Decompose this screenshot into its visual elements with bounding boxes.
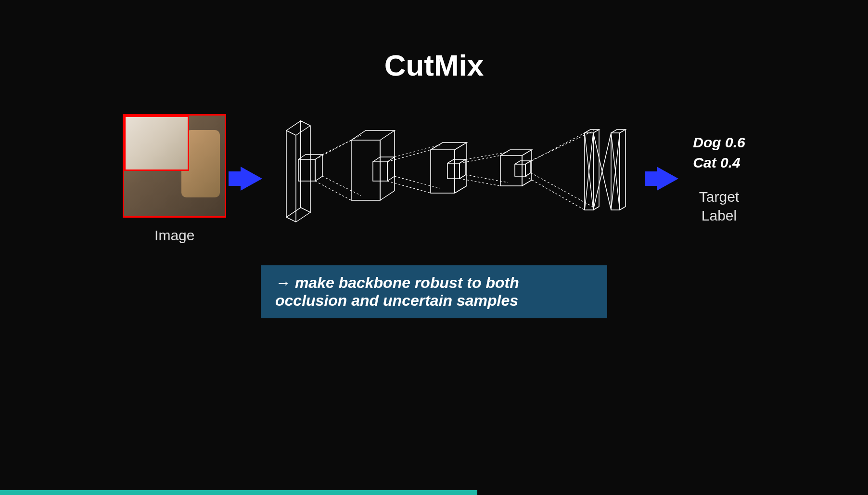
svg-rect-3 <box>431 150 455 193</box>
input-image-label: Image <box>154 227 194 244</box>
cat-patch-overlay <box>124 116 189 171</box>
output-predictions: Dog 0.6 Cat 0.4 <box>693 132 745 173</box>
svg-rect-4 <box>447 163 460 179</box>
svg-rect-1 <box>351 140 380 200</box>
svg-rect-5 <box>500 156 522 186</box>
target-label: Target Label <box>699 187 739 225</box>
cutmix-sample-image <box>123 114 226 218</box>
target-label-line2: Label <box>699 206 739 225</box>
input-image-section: Image <box>123 114 226 244</box>
network-diagram <box>277 111 642 246</box>
diagram-row: Image <box>19 111 849 246</box>
target-label-line1: Target <box>699 187 739 206</box>
output-line-dog: Dog 0.6 <box>693 132 745 153</box>
progress-bar[interactable] <box>0 490 868 495</box>
caption-box: → make backbone robust to both occlusion… <box>261 265 607 318</box>
output-line-cat: Cat 0.4 <box>693 153 745 173</box>
svg-rect-6 <box>515 164 525 176</box>
slide-container: CutMix Image <box>0 0 868 495</box>
arrow-icon <box>241 167 262 191</box>
arrow-icon <box>657 167 678 191</box>
slide-title: CutMix <box>19 48 849 82</box>
output-section: Dog 0.6 Cat 0.4 Target Label <box>693 132 745 225</box>
progress-fill <box>0 490 477 495</box>
